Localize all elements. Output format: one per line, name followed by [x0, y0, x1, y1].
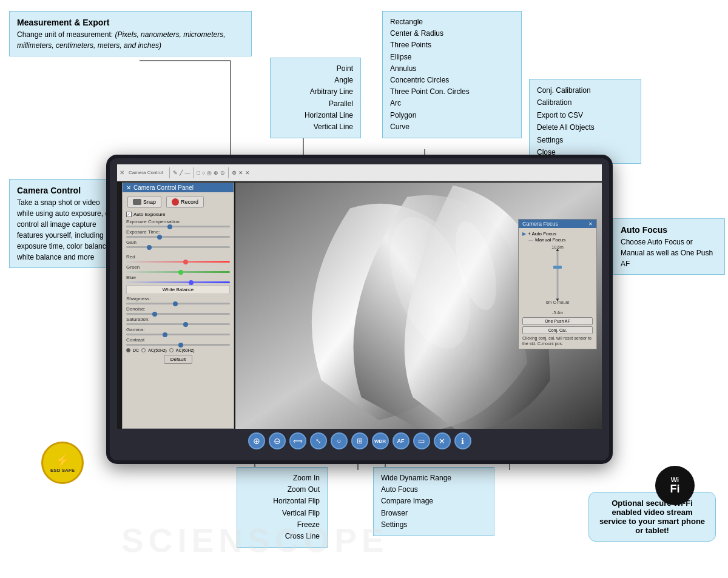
af-slider-container: 10.6m ▲ ▼ 0m C-mount -5.4m — [522, 245, 593, 315]
af-panel-title: Camera Focus ✕ — [519, 220, 596, 228]
conj-cal-button[interactable]: Conj. Cal. — [522, 326, 593, 334]
exposure-time-row: Exposure Time: — [126, 229, 230, 238]
wifi-text-box: Optional secure Wi-Fi enabled video stre… — [588, 492, 716, 542]
esd-badge: ⚡ ESD SAFE — [41, 442, 84, 484]
af-panel: Camera Focus ✕ ▶ + Auto Focus — Manual F… — [518, 219, 597, 349]
bottom-toolbar: ⊕ ⊖ ⟺ ⤡ ○ ⊞ WDR AF ▭ ✕ ℹ — [117, 429, 602, 453]
main-image-area: Camera Focus ✕ ▶ + Auto Focus — Manual F… — [235, 183, 602, 429]
right-tools-callout: Conj. Calibration Calibration Export to … — [529, 79, 641, 164]
camera-control-body: Take a snap shot or video while using au… — [17, 197, 113, 263]
gain-row: Gain — [126, 240, 230, 248]
camera-control-panel: ✕ Camera Control Panel Snap Record — [122, 183, 234, 429]
bottom-left-list: Zoom In Zoom Out Horizontal Flip Vertica… — [244, 472, 320, 542]
af-tree-item-manual[interactable]: — Manual Focus — [522, 237, 593, 243]
contrast-row: Contrast — [126, 337, 230, 346]
camera-control-title: Camera Control — [17, 184, 113, 197]
white-balance-box: White Balance — [126, 285, 230, 294]
auto-exposure-checkbox[interactable] — [126, 212, 132, 217]
esd-text: ESD SAFE — [50, 468, 75, 473]
right-tools-list: Conj. Calibration Calibration Export to … — [537, 84, 633, 158]
green-row: Green — [126, 264, 230, 273]
shapes-callout: Rectangle Center & Radius Three Points E… — [382, 11, 522, 138]
camera-control-callout: Camera Control Take a snap shot or video… — [9, 179, 121, 268]
monitor-screen: ✕ Camera Control ✎ ╱ — □ ○ ◎ ⊕ ⊙ ⚙ ✕ ✕ ✕… — [117, 164, 602, 453]
wifi-label: Wi — [670, 476, 680, 483]
freeze-icon[interactable]: ○ — [331, 432, 348, 449]
line-tools-callout: Point Angle Arbitrary Line Parallel Hori… — [270, 58, 361, 138]
zoom-out-icon[interactable]: ⊖ — [269, 432, 286, 449]
auto-focus-callout: Auto Focus Choose Auto Focus or Manual a… — [613, 218, 725, 275]
compare-image-icon[interactable]: ▭ — [413, 432, 430, 449]
shapes-list: Rectangle Center & Radius Three Points E… — [390, 16, 514, 133]
default-button[interactable]: Default — [164, 355, 192, 364]
frequency-group: DC AC(50Hz) AC(60Hz) — [126, 348, 230, 352]
wifi-label2: Fi — [670, 483, 680, 496]
measurement-export-body: Change unit of measurement: (Pixels, nan… — [17, 29, 244, 51]
af-icon[interactable]: AF — [393, 432, 410, 449]
wifi-badge: Wi Fi — [655, 466, 695, 505]
bottom-right-list: Wide Dynamic Range Auto Focus Compare Im… — [381, 472, 487, 531]
bottom-right-tools-callout: Wide Dynamic Range Auto Focus Compare Im… — [373, 467, 494, 536]
zoom-in-icon[interactable]: ⊕ — [248, 432, 265, 449]
af-note: Clicking conj. cal. will reset sensor to… — [522, 335, 593, 346]
monitor: ✕ Camera Control ✎ ╱ — □ ○ ◎ ⊕ ⊙ ⚙ ✕ ✕ ✕… — [106, 155, 613, 464]
measurement-export-callout: Measurement & Export Change unit of meas… — [9, 11, 252, 56]
measurement-export-title: Measurement & Export — [17, 16, 244, 29]
info-icon[interactable]: ℹ — [454, 432, 471, 449]
one-push-af-button[interactable]: One Push AF — [522, 317, 593, 325]
wifi-description: Optional secure Wi-Fi enabled video stre… — [599, 499, 705, 535]
crossline-icon[interactable]: ⊞ — [351, 432, 368, 449]
record-button[interactable]: Record — [166, 196, 204, 208]
screen-toolbar: ✕ Camera Control ✎ ╱ — □ ○ ◎ ⊕ ⊙ ⚙ ✕ ✕ — [117, 164, 602, 181]
esd-symbol: ⚡ — [55, 453, 70, 468]
camera-panel-title: ✕ Camera Control Panel — [123, 183, 234, 192]
denoise-row: Denoise: — [126, 306, 230, 315]
line-tools-list: Point Angle Arbitrary Line Parallel Hori… — [278, 63, 353, 133]
vertical-flip-icon[interactable]: ⤡ — [310, 432, 327, 449]
wdr-icon[interactable]: WDR — [372, 432, 389, 449]
gamma-row: Gamma: — [126, 327, 230, 335]
horizontal-flip-icon[interactable]: ⟺ — [289, 432, 306, 449]
sharpness-row: Sharpness: — [126, 296, 230, 304]
auto-exposure-row: Auto Exposure — [126, 212, 230, 217]
auto-focus-body: Choose Auto Focus or Manual as well as O… — [621, 237, 717, 269]
auto-focus-title: Auto Focus — [621, 224, 717, 237]
red-row: Red — [126, 254, 230, 263]
blue-row: Blue — [126, 275, 230, 283]
exposure-comp-row: Exposure Compensation: — [126, 219, 230, 227]
af-tree-item-auto[interactable]: ▶ + Auto Focus — [522, 231, 593, 237]
close-icon[interactable]: ✕ — [434, 432, 451, 449]
saturation-row: Saturation: — [126, 317, 230, 325]
snap-button[interactable]: Snap — [127, 196, 161, 208]
bottom-left-tools-callout: Zoom In Zoom Out Horizontal Flip Vertica… — [237, 467, 328, 548]
